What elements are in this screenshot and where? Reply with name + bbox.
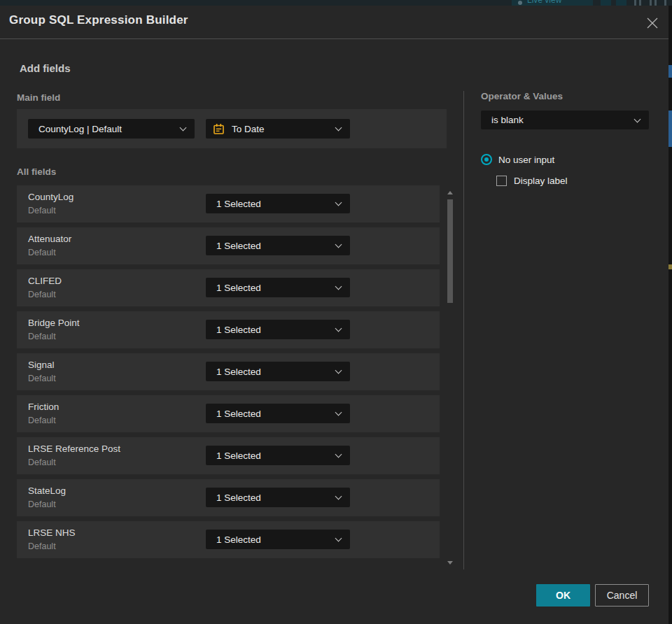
live-view-button[interactable]: Live view (512, 0, 593, 6)
field-row: Signal Default 1 Selected (17, 353, 440, 390)
field-name: Bridge Point (28, 318, 80, 328)
toolbar-divider (654, 0, 657, 6)
field-subtitle: Default (28, 499, 56, 509)
display-label-label: Display label (514, 176, 568, 186)
field-row: CLIFED Default 1 Selected (17, 269, 440, 306)
main-field-type-value: To Date (226, 124, 265, 134)
live-view-dot-icon (518, 1, 522, 5)
background-marker (668, 264, 672, 269)
field-values-select-value: 1 Selected (206, 241, 261, 251)
field-values-select-value: 1 Selected (206, 283, 261, 293)
panel-divider (463, 91, 464, 569)
field-row: Attenuator Default 1 Selected (17, 227, 440, 264)
titlebar-divider (0, 38, 668, 39)
all-fields-label: All fields (17, 166, 56, 177)
operator-values-label: Operator & Values (481, 91, 563, 101)
field-row: Bridge Point Default 1 Selected (17, 311, 440, 348)
chevron-down-icon (634, 115, 641, 122)
main-field-label: Main field (17, 92, 60, 103)
field-values-select-value: 1 Selected (206, 492, 261, 503)
field-values-select-value: 1 Selected (206, 367, 261, 377)
operator-select[interactable]: is blank (481, 111, 649, 129)
no-user-input-label: No user input (498, 155, 554, 165)
ok-button[interactable]: OK (536, 584, 590, 607)
chevron-down-icon (335, 199, 342, 206)
toolbar-divider (650, 0, 652, 6)
field-subtitle: Default (28, 248, 56, 257)
chevron-down-icon (335, 325, 342, 332)
scroll-up-icon[interactable] (447, 191, 453, 194)
chevron-down-icon (335, 409, 342, 416)
display-label-checkbox[interactable] (496, 176, 507, 186)
field-values-select-value: 1 Selected (206, 451, 261, 461)
toolbar-divider (664, 0, 666, 6)
main-field-select[interactable]: CountyLog | Default (28, 119, 195, 139)
field-values-select-value: 1 Selected (206, 409, 261, 419)
field-name: Friction (28, 402, 59, 412)
chevron-down-icon (335, 241, 342, 248)
no-user-input-radio[interactable] (481, 154, 492, 165)
toolbar-button[interactable] (601, 0, 611, 6)
chevron-down-icon (180, 125, 187, 132)
field-values-select[interactable]: 1 Selected (206, 404, 350, 423)
field-name: Signal (28, 360, 55, 370)
field-values-select-value: 1 Selected (206, 325, 261, 335)
field-values-select-value: 1 Selected (206, 199, 261, 209)
cancel-button[interactable]: Cancel (595, 584, 649, 607)
field-subtitle: Default (28, 332, 56, 341)
toolbar-divider (639, 0, 641, 6)
field-name: CLIFED (28, 276, 62, 286)
field-subtitle: Default (28, 290, 56, 299)
field-subtitle: Default (28, 416, 56, 425)
field-name: LRSE Reference Post (28, 444, 120, 454)
field-list-scrollbar[interactable] (447, 185, 454, 567)
calendar-to-date-icon (212, 122, 225, 136)
field-values-select-value: 1 Selected (206, 534, 261, 545)
field-values-select[interactable]: 1 Selected (206, 362, 350, 381)
field-values-select[interactable]: 1 Selected (206, 194, 350, 213)
field-row: StateLog Default 1 Selected (17, 479, 440, 516)
field-row: Friction Default 1 Selected (17, 395, 440, 432)
scrollbar-thumb[interactable] (447, 199, 453, 303)
operator-select-value: is blank (481, 115, 524, 125)
background-app-edge (668, 6, 672, 624)
main-field-type-select[interactable]: To Date (206, 119, 350, 139)
live-view-label: Live view (527, 0, 561, 5)
field-name: Attenuator (28, 234, 71, 244)
toolbar-button[interactable] (616, 0, 626, 6)
chevron-down-icon (335, 125, 342, 132)
background-blue-element (668, 65, 672, 78)
field-subtitle: Default (28, 374, 56, 383)
background-app-toolbar: Live view (0, 0, 672, 6)
field-subtitle: Default (28, 206, 56, 215)
add-fields-heading: Add fields (20, 62, 71, 74)
main-field-row: CountyLog | Default To Date (17, 109, 447, 148)
field-subtitle: Default (28, 541, 56, 551)
dialog-title: Group SQL Expression Builder (9, 13, 188, 27)
field-values-select[interactable]: 1 Selected (206, 446, 350, 465)
main-field-select-value: CountyLog | Default (28, 124, 122, 134)
field-values-select[interactable]: 1 Selected (206, 320, 350, 339)
field-row: LRSE NHS Default 1 Selected (17, 521, 440, 558)
chevron-down-icon (335, 451, 342, 458)
close-button[interactable] (643, 13, 662, 33)
field-values-select[interactable]: 1 Selected (206, 278, 350, 297)
field-values-select[interactable]: 1 Selected (206, 488, 350, 507)
chevron-down-icon (335, 367, 342, 374)
field-subtitle: Default (28, 458, 56, 467)
toolbar-divider (634, 0, 636, 6)
field-values-select[interactable]: 1 Selected (206, 236, 350, 255)
field-row: LRSE Reference Post Default 1 Selected (17, 437, 440, 474)
field-row: CountyLog Default 1 Selected (17, 185, 440, 222)
group-sql-expression-builder-dialog: Group SQL Expression Builder Add fields … (0, 6, 668, 624)
field-name: LRSE NHS (28, 527, 76, 538)
field-name: StateLog (28, 485, 66, 496)
chevron-down-icon (335, 493, 342, 500)
all-fields-list: CountyLog Default 1 Selected Attenuator … (17, 185, 440, 563)
screen: Live view Group SQL Expression Builder A… (0, 0, 672, 624)
field-name: CountyLog (28, 192, 74, 202)
scroll-down-icon[interactable] (447, 561, 453, 565)
chevron-down-icon (335, 283, 342, 290)
field-values-select[interactable]: 1 Selected (206, 530, 350, 549)
chevron-down-icon (335, 535, 342, 542)
